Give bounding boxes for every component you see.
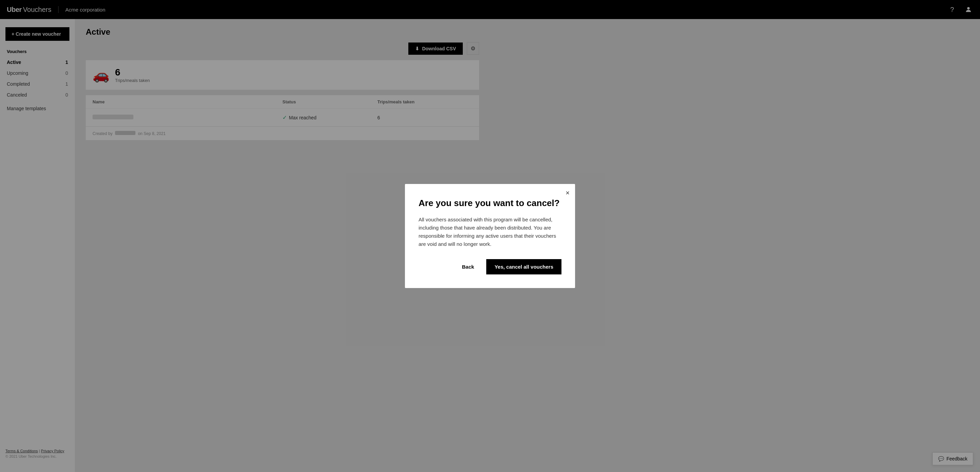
cancel-confirmation-modal: × Are you sure you want to cancel? All v… <box>405 184 490 236</box>
modal-body: All vouchers associated with this progra… <box>418 216 490 236</box>
modal-title: Are you sure you want to cancel? <box>418 197 490 209</box>
modal-overlay[interactable]: × Are you sure you want to cancel? All v… <box>0 0 490 236</box>
